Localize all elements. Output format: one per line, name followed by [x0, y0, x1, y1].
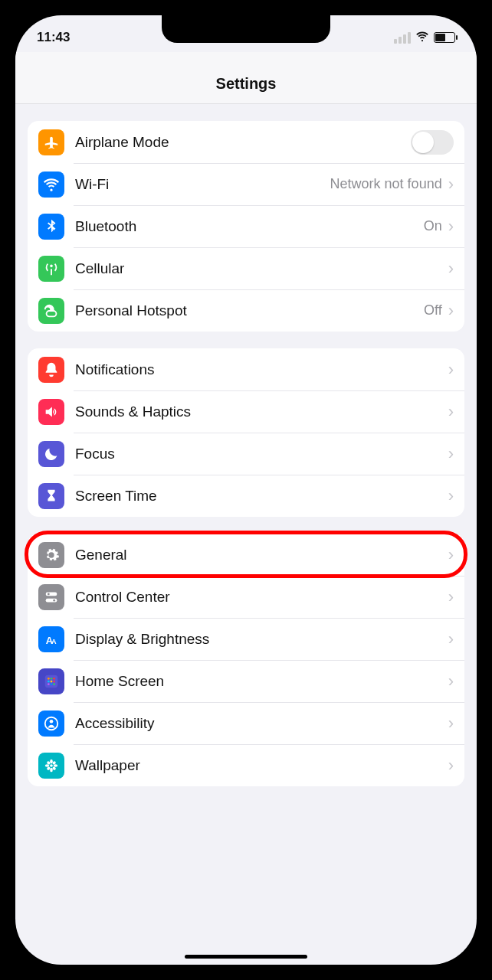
- chevron-right-icon: ›: [448, 587, 454, 607]
- svg-rect-2: [46, 598, 57, 602]
- row-label: Cellular: [75, 260, 448, 277]
- row-sounds[interactable]: Sounds & Haptics›: [28, 390, 464, 433]
- row-detail: Network not found: [330, 176, 442, 192]
- svg-point-19: [50, 759, 53, 763]
- svg-point-11: [51, 680, 53, 682]
- row-label: Sounds & Haptics: [75, 403, 448, 420]
- chevron-right-icon: ›: [448, 545, 454, 565]
- row-hotspot[interactable]: Personal HotspotOff›: [28, 289, 464, 332]
- row-label: Wi-Fi: [75, 176, 330, 193]
- svg-point-13: [48, 683, 50, 685]
- chevron-right-icon: ›: [448, 360, 454, 380]
- grid-icon: [38, 668, 64, 694]
- row-general[interactable]: General›: [28, 534, 464, 576]
- svg-point-17: [50, 719, 54, 723]
- row-label: Personal Hotspot: [75, 302, 424, 319]
- svg-point-9: [53, 677, 55, 679]
- bluetooth-icon: [38, 214, 64, 240]
- row-display[interactable]: AADisplay & Brightness›: [28, 618, 464, 660]
- row-label: General: [75, 547, 448, 564]
- row-wallpaper[interactable]: Wallpaper›: [28, 744, 464, 786]
- svg-text:A: A: [51, 637, 57, 645]
- cellular-signal-icon: [394, 32, 411, 44]
- chevron-right-icon: ›: [448, 259, 454, 279]
- svg-point-18: [50, 764, 53, 767]
- gear-icon: [38, 542, 64, 568]
- row-detail: On: [424, 218, 442, 234]
- hotspot-icon: [38, 298, 64, 324]
- chevron-right-icon: ›: [448, 301, 454, 321]
- page-title: Settings: [15, 52, 477, 104]
- row-label: Control Center: [75, 589, 448, 606]
- row-label: Screen Time: [75, 488, 448, 505]
- row-label: Notifications: [75, 361, 448, 378]
- row-label: Bluetooth: [75, 218, 424, 235]
- person-icon: [38, 710, 64, 737]
- switches-icon: [38, 584, 64, 610]
- chevron-right-icon: ›: [448, 671, 454, 691]
- svg-point-3: [53, 599, 55, 601]
- chevron-right-icon: ›: [448, 714, 454, 733]
- chevron-right-icon: ›: [448, 629, 454, 649]
- status-time: 11:43: [37, 30, 70, 45]
- settings-group: Notifications›Sounds & Haptics›Focus›Scr…: [28, 348, 464, 517]
- row-wifi[interactable]: Wi-FiNetwork not found›: [28, 163, 464, 205]
- speaker-icon: [38, 399, 64, 425]
- flower-icon: [38, 753, 64, 779]
- hourglass-icon: [38, 483, 64, 509]
- row-notifications[interactable]: Notifications›: [28, 348, 464, 390]
- home-indicator[interactable]: [185, 955, 307, 959]
- row-label: Focus: [75, 446, 448, 462]
- chevron-right-icon: ›: [448, 486, 454, 506]
- screen: 11:43 Settings Airplane ModeWi-FiNetwork…: [15, 15, 477, 965]
- antenna-icon: [38, 256, 64, 282]
- row-bluetooth[interactable]: BluetoothOn›: [28, 205, 464, 247]
- toggle-airplane-mode[interactable]: [411, 130, 454, 155]
- row-screentime[interactable]: Screen Time›: [28, 475, 464, 517]
- svg-point-10: [48, 680, 50, 682]
- svg-point-14: [51, 683, 53, 685]
- row-label: Display & Brightness: [75, 631, 448, 648]
- wifi-icon: [38, 172, 64, 198]
- svg-point-21: [45, 764, 50, 767]
- row-accessibility[interactable]: Accessibility›: [28, 702, 464, 744]
- chevron-right-icon: ›: [448, 756, 454, 776]
- svg-rect-0: [46, 592, 57, 596]
- row-label: Wallpaper: [75, 757, 448, 774]
- row-label: Accessibility: [75, 715, 448, 732]
- chevron-right-icon: ›: [448, 444, 454, 464]
- settings-group: Airplane ModeWi-FiNetwork not found›Blue…: [28, 121, 464, 332]
- row-airplane-mode[interactable]: Airplane Mode: [28, 121, 464, 163]
- svg-point-12: [53, 680, 55, 682]
- row-cellular[interactable]: Cellular›: [28, 247, 464, 289]
- bell-icon: [38, 357, 64, 383]
- device-frame: 11:43 Settings Airplane ModeWi-FiNetwork…: [0, 0, 492, 980]
- settings-list[interactable]: Airplane ModeWi-FiNetwork not found›Blue…: [15, 121, 477, 786]
- chevron-right-icon: ›: [448, 175, 454, 194]
- svg-point-15: [53, 683, 55, 685]
- battery-icon: [434, 32, 455, 43]
- status-indicators: [394, 29, 455, 47]
- row-label: Home Screen: [75, 673, 448, 690]
- row-detail: Off: [424, 302, 442, 318]
- row-label: Airplane Mode: [75, 134, 411, 151]
- row-control-center[interactable]: Control Center›: [28, 576, 464, 618]
- chevron-right-icon: ›: [448, 402, 454, 422]
- svg-point-8: [51, 677, 53, 679]
- wifi-icon: [415, 29, 429, 47]
- svg-point-1: [48, 593, 50, 595]
- notch: [162, 15, 330, 43]
- row-focus[interactable]: Focus›: [28, 433, 464, 475]
- svg-point-20: [50, 767, 53, 772]
- settings-group: General›Control Center›AADisplay & Brigh…: [28, 534, 464, 786]
- svg-point-16: [45, 717, 58, 730]
- svg-point-22: [54, 764, 58, 767]
- moon-icon: [38, 441, 64, 467]
- airplane-icon: [38, 129, 64, 155]
- row-home-screen[interactable]: Home Screen›: [28, 660, 464, 702]
- chevron-right-icon: ›: [448, 217, 454, 237]
- text-size-icon: AA: [38, 626, 64, 652]
- svg-point-7: [48, 677, 50, 679]
